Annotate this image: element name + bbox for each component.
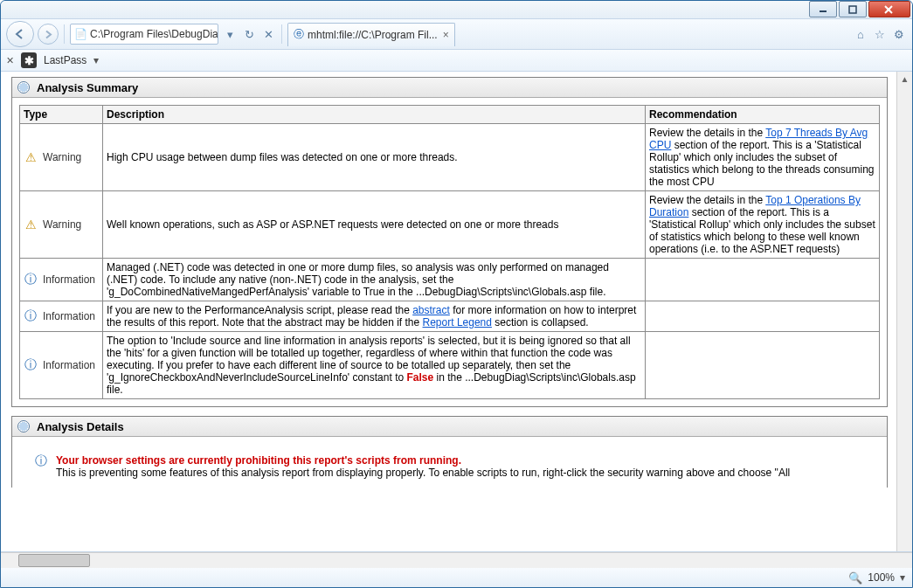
ie-window: 📄 C:\Program Files\DebugDiag\F ▾ ↻ ✕ ⓔ m… [0,0,913,588]
divider [64,24,65,44]
horizontal-scrollbar[interactable] [1,552,912,568]
th-type: Type [20,106,103,124]
maximize-button[interactable] [839,1,867,17]
dropdown-icon[interactable]: ▾ [222,26,238,42]
minimize-button[interactable] [809,1,837,17]
zoom-icon[interactable]: 🔍 [848,571,862,585]
addon-toolbar: ✕ ✱ LastPass ▾ [1,50,912,72]
stop-icon[interactable]: ✕ [260,26,276,42]
toolbar-close-icon[interactable]: ✕ [6,55,14,66]
th-desc: Description [103,106,646,124]
panel-header[interactable]: Analysis Details [12,417,887,437]
warning-icon: ⚠ [24,150,38,164]
collapse-toggle-icon[interactable] [17,81,30,93]
info-icon: ⓘ [24,309,38,323]
false-literal: False [406,371,433,384]
refresh-icon[interactable]: ↻ [241,26,257,42]
rec-cell: Review the details in the Top 1 Operatio… [646,191,880,259]
address-text: C:\Program Files\DebugDiag\F [90,28,218,40]
analysis-summary-panel: Analysis Summary Type Description Recomm… [11,77,888,407]
desc-cell: Well known operations, such as ASP or AS… [103,191,646,259]
address-bar[interactable]: 📄 C:\Program Files\DebugDiag\F [70,24,218,45]
rec-cell: Review the details in the Top 7 Threads … [646,124,880,191]
titlebar [1,1,912,19]
zoom-dropdown-icon[interactable]: ▾ [900,571,905,584]
rec-cell [646,332,880,399]
panel-title: Analysis Details [37,420,124,433]
tab-title: mhtml:file://C:\Program Fil... [308,29,438,41]
favorites-icon[interactable]: ☆ [872,26,888,42]
th-rec: Recommendation [646,106,880,124]
message-body: This is preventing some features of this… [56,467,878,479]
ie-icon: ⓔ [294,27,304,42]
tab-close-icon[interactable]: × [443,29,449,41]
panel-title: Analysis Summary [37,81,138,94]
info-icon: ⓘ [24,273,38,287]
folder-icon: 📄 [74,28,86,40]
info-icon: ⓘ [24,358,38,372]
desc-cell: The option to 'Include source and line i… [103,332,646,399]
abstract-link[interactable]: abstract [412,304,450,316]
browser-tab[interactable]: ⓔ mhtml:file://C:\Program Fil... × [287,23,455,46]
lastpass-icon: ✱ [21,52,37,68]
rec-cell [646,301,880,332]
vertical-scrollbar[interactable]: ▲ [896,72,912,551]
tools-icon[interactable]: ⚙ [891,26,907,42]
forward-button[interactable] [38,24,59,45]
home-icon[interactable]: ⌂ [853,26,868,42]
report-legend-link[interactable]: Report Legend [423,316,492,329]
type-label: Information [43,273,95,286]
table-row: ⓘInformation The option to 'Include sour… [20,332,880,399]
type-label: Information [43,359,95,371]
type-label: Warning [43,151,81,163]
navbar: 📄 C:\Program Files\DebugDiag\F ▾ ↻ ✕ ⓔ m… [1,19,912,50]
lastpass-dropdown-icon[interactable]: ▾ [93,54,99,66]
svg-rect-1 [849,6,856,13]
desc-cell: High CPU usage between dump files was de… [103,124,646,191]
desc-cell: Managed (.NET) code was detected in one … [103,259,646,301]
table-row: ⓘInformation Managed (.NET) code was det… [20,259,880,301]
zoom-level[interactable]: 100% [868,571,895,584]
info-icon: ⓘ [34,454,48,468]
table-row: ⚠Warning Well known operations, such as … [20,191,880,259]
back-button[interactable] [6,21,34,47]
type-label: Information [43,310,95,322]
divider [281,24,282,44]
type-label: Warning [43,218,81,231]
panel-header[interactable]: Analysis Summary [12,78,887,98]
scroll-thumb[interactable] [18,554,90,567]
table-row: ⓘInformation If you are new to the Perfo… [20,301,880,332]
scroll-up-icon[interactable]: ▲ [901,74,910,84]
close-button[interactable] [868,1,910,17]
desc-cell: If you are new to the PerformanceAnalysi… [103,301,646,332]
warning-icon: ⚠ [24,218,38,232]
table-row: ⚠Warning High CPU usage between dump fil… [20,124,880,191]
analysis-details-panel: Analysis Details ⓘ Your browser settings… [11,416,888,488]
collapse-toggle-icon[interactable] [17,420,30,432]
lastpass-label[interactable]: LastPass [44,54,86,66]
message-title: Your browser settings are currently proh… [56,454,878,467]
script-blocked-message: ⓘ Your browser settings are currently pr… [12,437,887,488]
summary-table: Type Description Recommendation ⚠Warning… [19,105,880,399]
page-content: ▲ Analysis Summary Type Description Reco… [1,72,912,552]
status-bar: 🔍 100% ▾ [1,568,912,587]
rec-cell [646,259,880,301]
